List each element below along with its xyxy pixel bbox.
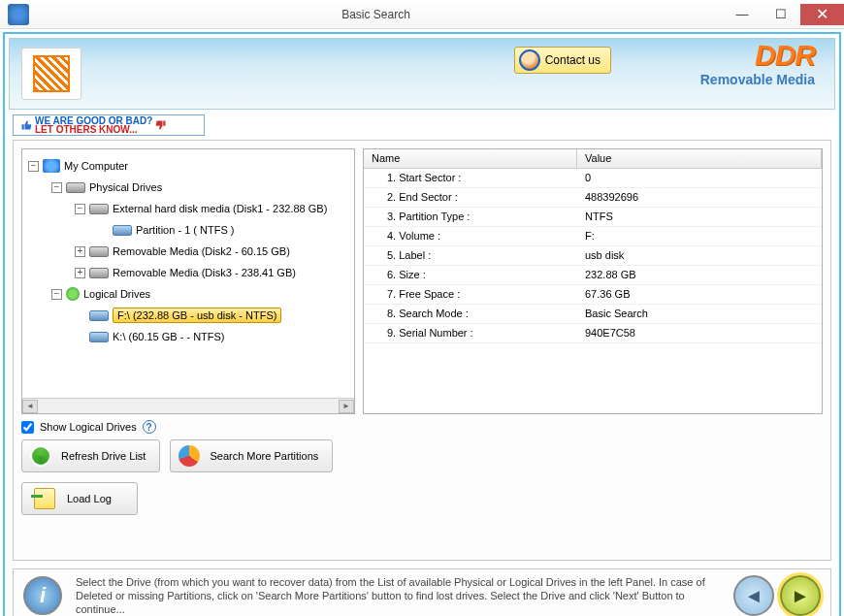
logical-drives-icon: [66, 287, 80, 301]
computer-icon: [43, 159, 60, 173]
drive-icon: [89, 204, 109, 214]
tree-root[interactable]: − My Computer: [26, 155, 350, 177]
next-button[interactable]: ►: [780, 575, 821, 616]
property-row[interactable]: 3. Partition Type :NTFS: [364, 208, 822, 227]
scroll-right-icon[interactable]: ►: [339, 400, 354, 413]
thumb-down-icon: [154, 119, 168, 131]
info-icon: i: [23, 576, 62, 615]
property-row[interactable]: 6. Size :232.88 GB: [364, 266, 822, 285]
properties-header: Name Value: [364, 149, 822, 169]
property-row[interactable]: 7. Free Space :67.36 GB: [364, 285, 822, 305]
help-icon[interactable]: ?: [143, 420, 156, 434]
show-logical-drives-checkbox[interactable]: [21, 421, 34, 434]
brand-name: DDR: [700, 39, 815, 72]
contact-label: Contact us: [545, 53, 601, 67]
tree-disk3[interactable]: + Removable Media (Disk3 - 238.41 GB): [26, 262, 350, 283]
scroll-left-icon[interactable]: ◄: [22, 400, 38, 413]
property-row[interactable]: 5. Label :usb disk: [364, 246, 822, 266]
window-title: Basic Search: [29, 8, 723, 21]
collapse-icon[interactable]: −: [28, 161, 39, 172]
info-text: Select the Drive (from which you want to…: [76, 575, 720, 616]
close-button[interactable]: ✕: [800, 4, 844, 25]
thumb-up-icon: [19, 119, 33, 131]
property-row[interactable]: 4. Volume :F:: [364, 227, 822, 246]
property-row[interactable]: 9. Serial Number :940E7C58: [364, 324, 822, 343]
title-bar: Basic Search — ☐ ✕: [0, 0, 844, 29]
collapse-icon[interactable]: −: [51, 182, 62, 193]
tree-disk1[interactable]: − External hard disk media (Disk1 - 232.…: [26, 198, 350, 219]
feedback-text: WE ARE GOOD OR BAD? LET OTHERS KNOW...: [35, 116, 152, 134]
app-header: Contact us DDR Removable Media: [9, 38, 835, 110]
collapse-icon[interactable]: −: [51, 289, 62, 300]
properties-panel: Name Value 1. Start Sector :02. End Sect…: [363, 148, 823, 414]
volume-icon: [89, 310, 109, 321]
load-log-button[interactable]: Load Log: [21, 482, 138, 515]
contact-us-button[interactable]: Contact us: [514, 47, 611, 74]
tree-disk1-partition[interactable]: Partition - 1 ( NTFS ): [26, 219, 350, 241]
tree-disk2[interactable]: + Removable Media (Disk2 - 60.15 GB): [26, 241, 350, 262]
expand-icon[interactable]: +: [75, 246, 85, 257]
horizontal-scrollbar[interactable]: ◄ ►: [22, 398, 354, 413]
volume-icon: [89, 332, 109, 342]
app-icon: [8, 4, 29, 25]
main-content: − My Computer − Physical Drives − Extern…: [13, 140, 831, 561]
property-row[interactable]: 1. Start Sector :0: [364, 169, 822, 188]
log-icon: [34, 488, 55, 509]
drive-icon: [89, 246, 109, 257]
brand-subtitle: Removable Media: [700, 72, 815, 87]
tree-drive-f[interactable]: F:\ (232.88 GB - usb disk - NTFS): [26, 305, 350, 326]
column-name-header[interactable]: Name: [364, 149, 577, 168]
drive-icon: [66, 182, 85, 193]
tree-logical-drives[interactable]: − Logical Drives: [26, 283, 350, 305]
drive-tree-panel[interactable]: − My Computer − Physical Drives − Extern…: [21, 148, 355, 414]
search-more-partitions-button[interactable]: Search More Partitions: [170, 439, 333, 472]
refresh-icon: [30, 445, 51, 467]
tree-drive-k[interactable]: K:\ (60.15 GB - - NTFS): [26, 326, 350, 347]
properties-rows: 1. Start Sector :02. End Sector :4883926…: [364, 169, 822, 343]
tree-physical-drives[interactable]: − Physical Drives: [26, 177, 350, 198]
collapse-icon[interactable]: −: [75, 204, 85, 214]
minimize-button[interactable]: —: [723, 4, 762, 25]
expand-icon[interactable]: +: [75, 268, 85, 278]
info-bar: i Select the Drive (from which you want …: [13, 568, 831, 616]
column-value-header[interactable]: Value: [577, 149, 822, 168]
show-logical-drives-row: Show Logical Drives ?: [21, 420, 156, 434]
back-button[interactable]: ◄: [733, 575, 774, 616]
maximize-button[interactable]: ☐: [762, 4, 800, 25]
refresh-drive-list-button[interactable]: Refresh Drive List: [21, 439, 160, 472]
show-logical-drives-label: Show Logical Drives: [40, 421, 137, 433]
property-row[interactable]: 8. Search Mode :Basic Search: [364, 305, 822, 324]
contact-avatar-icon: [519, 49, 540, 71]
feedback-badge[interactable]: WE ARE GOOD OR BAD? LET OTHERS KNOW...: [13, 114, 205, 136]
brand-block: DDR Removable Media: [700, 39, 815, 87]
property-row[interactable]: 2. End Sector :488392696: [364, 188, 822, 208]
app-logo: [21, 48, 81, 100]
partitions-icon: [179, 445, 200, 467]
drive-icon: [89, 268, 109, 278]
partition-icon: [113, 225, 132, 236]
